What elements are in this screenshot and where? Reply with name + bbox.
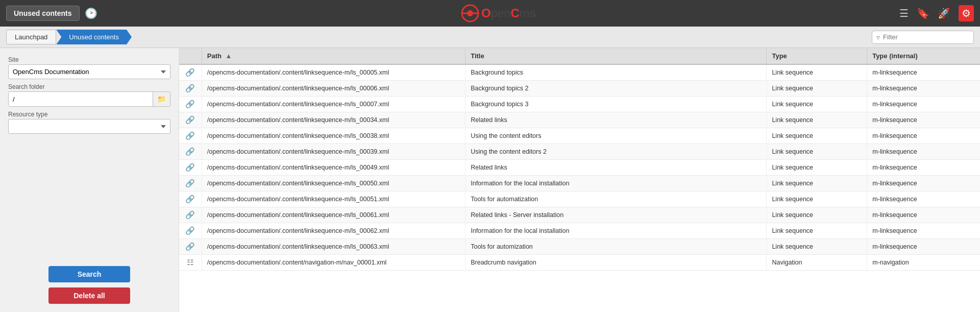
row-path: /opencms-documentation/.content/linksequ… — [202, 223, 465, 239]
svg-point-1 — [467, 10, 473, 16]
sidebar-buttons: Search Delete all — [8, 235, 170, 304]
filter-box: ▿ — [872, 31, 974, 44]
link-icon: 🔗 — [185, 195, 195, 203]
table-row[interactable]: ☷/opencms-documentation/.content/navigat… — [179, 255, 980, 271]
table-row[interactable]: 🔗/opencms-documentation/.content/linkseq… — [179, 97, 980, 112]
resource-type-select[interactable] — [8, 119, 170, 134]
sort-arrow-icon: ▲ — [226, 52, 232, 60]
header-right: ☰ 🔖 🚀 ⚙ — [899, 5, 974, 21]
breadcrumb-bar: Launchpad Unused contents ▿ — [0, 27, 980, 48]
row-title: Related links - Server installation — [465, 207, 767, 223]
row-type: Link sequence — [767, 223, 867, 239]
content-area: Path ▲ Title Type Type (internal) 🔗/open… — [179, 48, 980, 312]
delete-all-button[interactable]: Delete all — [48, 287, 130, 304]
table-body: 🔗/opencms-documentation/.content/linkseq… — [179, 64, 980, 271]
resource-type-section: Resource type — [8, 111, 170, 134]
row-type-internal: m-linksequence — [867, 128, 980, 144]
logo-icon — [461, 4, 479, 22]
th-title[interactable]: Title — [465, 48, 767, 64]
row-type-internal: m-linksequence — [867, 223, 980, 239]
logo-text: OpenCms — [481, 6, 535, 20]
row-type: Link sequence — [767, 112, 867, 128]
link-icon: 🔗 — [185, 226, 195, 235]
row-type-internal: m-linksequence — [867, 97, 980, 112]
row-title: Background topics 2 — [465, 81, 767, 97]
site-select[interactable]: OpenCms Documentation — [8, 64, 170, 79]
header-title-button[interactable]: Unused contents — [6, 6, 80, 21]
rocket-icon[interactable]: 🚀 — [938, 7, 950, 19]
history-icon[interactable]: 🕑 — [85, 7, 97, 19]
row-path: /opencms-documentation/.content/linksequ… — [202, 239, 465, 255]
row-path: /opencms-documentation/.content/linksequ… — [202, 144, 465, 160]
site-section: Site OpenCms Documentation — [8, 56, 170, 79]
table-row[interactable]: 🔗/opencms-documentation/.content/linkseq… — [179, 239, 980, 255]
folder-input[interactable] — [9, 92, 153, 106]
th-type[interactable]: Type — [767, 48, 867, 64]
row-type: Link sequence — [767, 144, 867, 160]
row-type: Link sequence — [767, 176, 867, 191]
table-header-row: Path ▲ Title Type Type (internal) — [179, 48, 980, 64]
row-icon-cell: ☷ — [179, 255, 202, 271]
row-title: Tools for automatization — [465, 191, 767, 207]
table-row[interactable]: 🔗/opencms-documentation/.content/linkseq… — [179, 112, 980, 128]
folder-input-wrap: 📁 — [8, 91, 170, 107]
row-title: Breadcrumb navigation — [465, 255, 767, 271]
bookmark-icon[interactable]: 🔖 — [917, 7, 929, 19]
row-icon-cell: 🔗 — [179, 112, 202, 128]
table-row[interactable]: 🔗/opencms-documentation/.content/linkseq… — [179, 176, 980, 191]
row-path: /opencms-documentation/.content/linksequ… — [202, 112, 465, 128]
table-row[interactable]: 🔗/opencms-documentation/.content/linkseq… — [179, 207, 980, 223]
settings-icon[interactable]: ⚙ — [959, 5, 974, 21]
folder-browse-icon[interactable]: 📁 — [153, 92, 170, 106]
row-title: Tools for automization — [465, 239, 767, 255]
link-icon: 🔗 — [185, 115, 195, 124]
row-path: /opencms-documentation/.content/linksequ… — [202, 81, 465, 97]
row-title: Related links — [465, 160, 767, 176]
table-row[interactable]: 🔗/opencms-documentation/.content/linkseq… — [179, 191, 980, 207]
search-button[interactable]: Search — [48, 266, 130, 282]
logo: OpenCms — [461, 4, 535, 22]
row-type: Navigation — [767, 255, 867, 271]
row-icon-cell: 🔗 — [179, 144, 202, 160]
row-icon-cell: 🔗 — [179, 128, 202, 144]
row-path: /opencms-documentation/.content/linksequ… — [202, 160, 465, 176]
nav-icon: ☷ — [187, 258, 193, 267]
row-icon-cell: 🔗 — [179, 223, 202, 239]
row-type: Link sequence — [767, 64, 867, 81]
link-icon: 🔗 — [185, 210, 195, 219]
link-icon: 🔗 — [185, 242, 195, 251]
table-row[interactable]: 🔗/opencms-documentation/.content/linkseq… — [179, 223, 980, 239]
resource-type-label: Resource type — [8, 111, 170, 118]
th-icon — [179, 48, 202, 64]
row-icon-cell: 🔗 — [179, 160, 202, 176]
row-type-internal: m-linksequence — [867, 191, 980, 207]
row-type-internal: m-navigation — [867, 255, 980, 271]
table-row[interactable]: 🔗/opencms-documentation/.content/linkseq… — [179, 160, 980, 176]
row-title: Background topics — [465, 64, 767, 81]
link-icon: 🔗 — [185, 68, 195, 77]
row-type: Link sequence — [767, 239, 867, 255]
row-type: Link sequence — [767, 207, 867, 223]
breadcrumb: Launchpad Unused contents — [6, 30, 132, 44]
breadcrumb-launchpad[interactable]: Launchpad — [6, 30, 56, 44]
link-icon: 🔗 — [185, 84, 195, 92]
menu-icon[interactable]: ☰ — [899, 7, 909, 19]
table-row[interactable]: 🔗/opencms-documentation/.content/linkseq… — [179, 81, 980, 97]
row-title: Related links — [465, 112, 767, 128]
row-title: Information for the local installation — [465, 223, 767, 239]
row-title: Using the content editors — [465, 128, 767, 144]
table-row[interactable]: 🔗/opencms-documentation/.content/linkseq… — [179, 64, 980, 81]
th-type-internal[interactable]: Type (internal) — [867, 48, 980, 64]
breadcrumb-unused-contents[interactable]: Unused contents — [56, 30, 132, 44]
filter-input[interactable] — [883, 33, 969, 41]
row-type-internal: m-linksequence — [867, 239, 980, 255]
row-type-internal: m-linksequence — [867, 112, 980, 128]
row-type: Link sequence — [767, 128, 867, 144]
row-path: /opencms-documentation/.content/linksequ… — [202, 64, 465, 81]
sidebar: Site OpenCms Documentation Search folder… — [0, 48, 179, 312]
table-row[interactable]: 🔗/opencms-documentation/.content/linkseq… — [179, 128, 980, 144]
table-row[interactable]: 🔗/opencms-documentation/.content/linkseq… — [179, 144, 980, 160]
th-path[interactable]: Path ▲ — [202, 48, 465, 64]
site-label: Site — [8, 56, 170, 63]
row-title: Using the content editors 2 — [465, 144, 767, 160]
